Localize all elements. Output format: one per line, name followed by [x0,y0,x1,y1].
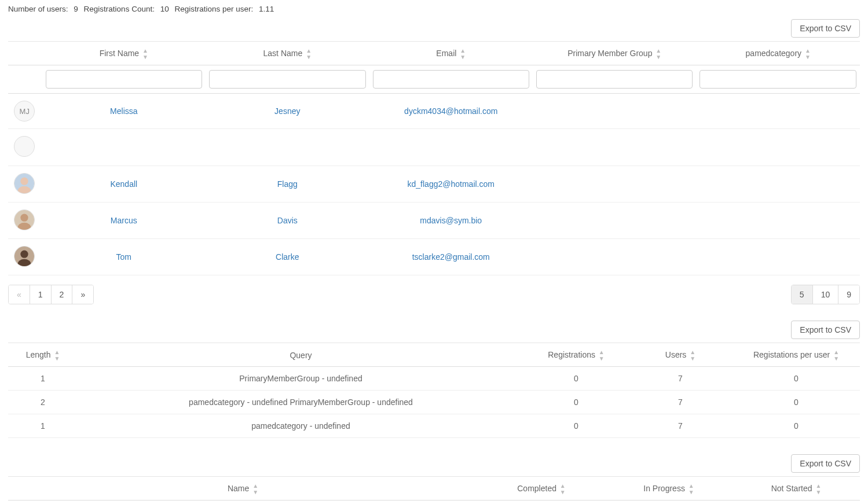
sort-icon: ▲▼ [805,47,811,60]
column-header-registrations[interactable]: Registrations ▲▼ [524,343,628,367]
users-section: Export to CSV First Name ▲▼ Last Name ▲▼… [8,19,860,304]
filter-pamedcategory-input[interactable] [699,70,856,89]
column-header-not-started[interactable]: Not Started ▲▼ [733,477,860,501]
page-size-5-button[interactable]: 5 [792,285,813,304]
column-header-in-progress[interactable]: In Progress ▲▼ [605,477,733,501]
length-cell: 1 [8,414,78,438]
reg-per-user-cell: 0 [733,414,860,438]
first-name-cell[interactable]: Marcus [42,203,206,239]
stats-summary: Number of users: 9 Registrations Count: … [8,5,860,13]
length-cell: 1 [8,367,78,391]
page-nav: « 1 2 » [8,285,94,304]
last-name-cell[interactable]: Jesney [206,94,369,129]
pamedcategory-cell [696,203,860,239]
sort-icon: ▲▼ [833,349,839,362]
column-header-users[interactable]: Users ▲▼ [628,343,733,367]
first-name-cell[interactable] [42,129,206,166]
reg-per-user-cell: 0 [733,391,860,414]
table-row: MarcusDavismdavis@sym.bio [8,203,860,239]
table-row: 1PrimaryMemberGroup - undefined070 [8,367,860,391]
primary-member-group-cell [533,239,696,275]
num-users-label: Number of users: [8,5,68,13]
reg-per-user-cell: 0 [733,367,860,391]
column-header-first-name[interactable]: First Name ▲▼ [42,42,206,65]
last-name-cell[interactable]: Clarke [206,239,369,275]
svg-point-7 [21,251,28,258]
svg-point-4 [21,214,28,222]
page-2-button[interactable]: 2 [52,285,73,304]
column-header-length[interactable]: Length ▲▼ [8,343,78,367]
column-header-reg-per-user[interactable]: Registations per user ▲▼ [733,343,860,367]
column-header-last-name[interactable]: Last Name ▲▼ [206,42,369,65]
column-header-email[interactable]: Email ▲▼ [369,42,533,65]
table-row: 1pamedcategory - undefined070 [8,414,860,438]
email-cell[interactable]: dyckm4034@hotmail.com [369,94,533,129]
num-users-value: 9 [74,5,78,13]
progress-table: Name ▲▼ Completed ▲▼ In Progress ▲▼ Not … [8,476,860,504]
column-header-query[interactable]: Query [78,343,524,367]
filter-email-input[interactable] [373,70,529,89]
sort-icon: ▲▼ [560,483,566,495]
email-cell[interactable]: kd_flagg2@hotmail.com [369,166,533,203]
page-1-button[interactable]: 1 [30,285,52,304]
export-csv-button[interactable]: Export to CSV [791,454,860,473]
reg-per-user-label: Registrations per user: [174,5,253,13]
primary-member-group-cell [533,203,696,239]
first-name-cell[interactable]: Kendall [42,166,206,203]
query-cell: PrimaryMemberGroup - undefined [78,367,524,391]
next-page-button[interactable]: » [72,285,93,304]
query-table: Length ▲▼ Query Registrations ▲▼ Users ▲… [8,343,860,438]
filter-primary-member-group-input[interactable] [536,70,693,89]
table-row: KendallFlaggkd_flagg2@hotmail.com [8,166,860,203]
pamedcategory-cell [696,166,860,203]
prev-page-button[interactable]: « [9,285,30,304]
users-cell: 7 [628,367,733,391]
pamedcategory-cell [696,94,860,129]
filter-first-name-input[interactable] [46,70,202,89]
avatar [14,173,35,194]
registrations-cell: 0 [524,367,628,391]
primary-member-group-cell [533,94,696,129]
sort-icon: ▲▼ [306,47,312,60]
last-name-cell[interactable]: Flagg [206,166,369,203]
table-row: 2pamedcategory - undefined PrimaryMember… [8,391,860,414]
query-section: Export to CSV Length ▲▼ Query Registrati… [8,321,860,438]
sort-icon: ▲▼ [815,483,821,495]
pamedcategory-cell [696,239,860,275]
avatar [14,209,35,230]
sort-icon: ▲▼ [690,349,695,362]
pamedcategory-cell [696,129,860,166]
query-cell: pamedcategory - undefined PrimaryMemberG… [78,391,524,414]
reg-per-user-value: 1.11 [259,5,274,13]
table-row: TomClarketsclarke2@gmail.com [8,239,860,275]
email-cell[interactable] [369,129,533,166]
table-row: MJMelissaJesneydyckm4034@hotmail.com [8,94,860,129]
column-header-primary-member-group[interactable]: Primary Member Group ▲▼ [533,42,696,65]
page-size-nav: 5 10 9 [791,285,860,304]
last-name-cell[interactable] [206,129,369,166]
sort-icon: ▲▼ [460,47,466,60]
filter-last-name-input[interactable] [209,70,365,89]
export-csv-button[interactable]: Export to CSV [791,321,860,339]
column-header-pamedcategory[interactable]: pamedcategory ▲▼ [696,42,860,65]
users-table: First Name ▲▼ Last Name ▲▼ Email ▲▼ Prim… [8,41,860,275]
first-name-cell[interactable]: Melissa [42,94,206,129]
svg-point-1 [21,178,28,185]
first-name-cell[interactable]: Tom [42,239,206,275]
page-size-9-button[interactable]: 9 [838,285,859,304]
sort-icon: ▲▼ [54,349,60,362]
column-header-name[interactable]: Name ▲▼ [8,477,478,501]
users-cell: 7 [628,414,733,438]
last-name-cell[interactable]: Davis [206,203,369,239]
sort-icon: ▲▼ [599,349,605,362]
avatar [14,246,35,267]
primary-member-group-cell [533,129,696,166]
reg-count-value: 10 [160,5,169,13]
sort-icon: ▲▼ [252,483,258,495]
column-header-completed[interactable]: Completed ▲▼ [478,477,605,501]
email-cell[interactable]: tsclarke2@gmail.com [369,239,533,275]
email-cell[interactable]: mdavis@sym.bio [369,203,533,239]
sort-icon: ▲▼ [688,483,694,495]
export-csv-button[interactable]: Export to CSV [791,19,860,38]
page-size-10-button[interactable]: 10 [813,285,839,304]
